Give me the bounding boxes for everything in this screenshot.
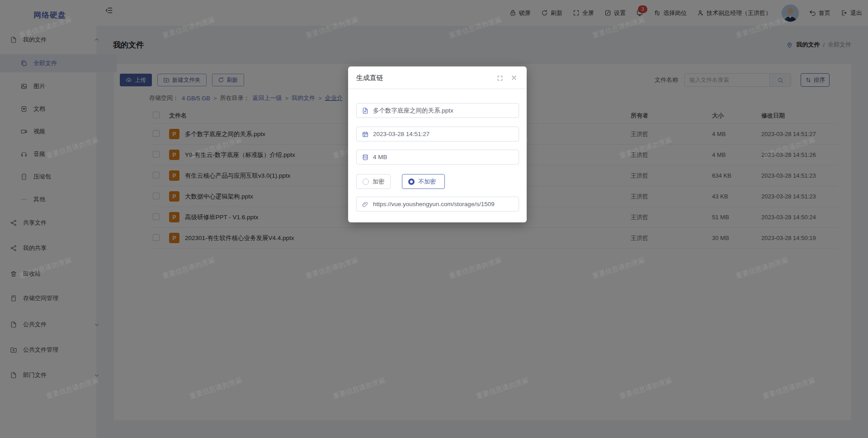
no-encrypt-radio[interactable]: 不加密 — [402, 174, 445, 189]
generate-link-dialog: 生成直链 多个数字底座之间的关系.pptx 2023-03-28 14:51:2… — [348, 66, 527, 222]
direct-link-field[interactable]: https://vue.youshengyun.com/storage/s/15… — [356, 197, 519, 212]
link-file-size: 4 MB — [373, 154, 387, 160]
link-file-name: 多个数字底座之间的关系.pptx — [373, 107, 453, 115]
app-root: 网络硬盘 我的文件 全部文件 图片 文档 视频 音频 压缩包 — [0, 0, 868, 438]
encrypt-radio[interactable]: 加密 — [356, 174, 391, 189]
direct-link-url[interactable]: https://vue.youshengyun.com/storage/s/15… — [373, 201, 495, 207]
file-icon — [362, 107, 369, 114]
radio-on-icon — [408, 179, 415, 185]
calendar-icon — [362, 131, 369, 138]
link-date-field: 2023-03-28 14:51:27 — [356, 127, 519, 141]
link-file-name-field: 多个数字底座之间的关系.pptx — [356, 103, 519, 118]
paperclip-icon — [362, 201, 369, 208]
link-size-field: 4 MB — [356, 150, 519, 165]
link-file-date: 2023-03-28 14:51:27 — [373, 131, 429, 137]
radio-off-icon — [363, 179, 369, 185]
close-dialog-icon[interactable] — [510, 74, 518, 81]
expand-dialog-icon[interactable] — [497, 75, 503, 81]
dialog-header: 生成直链 — [348, 66, 527, 89]
database-icon — [362, 154, 369, 161]
dialog-title: 生成直链 — [356, 74, 383, 82]
